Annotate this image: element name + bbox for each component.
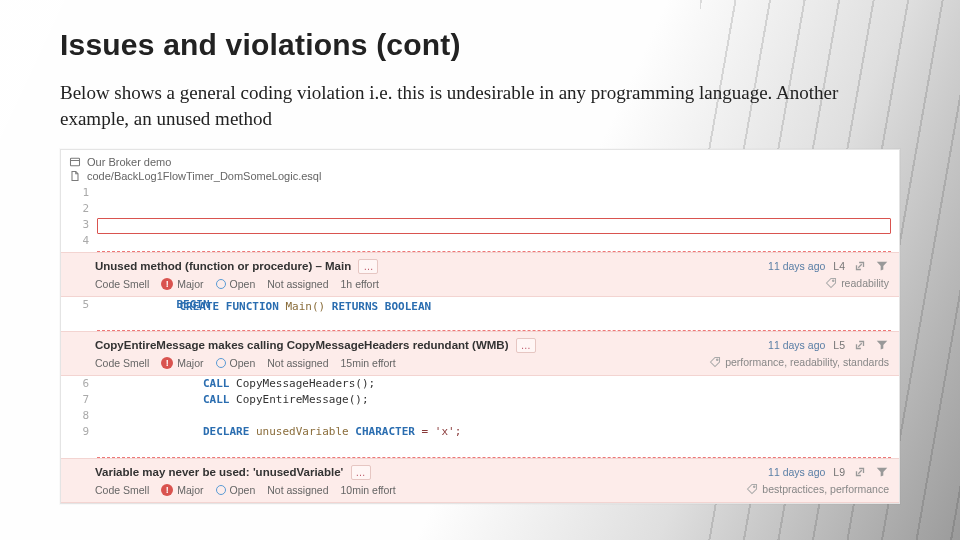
filter-icon[interactable] bbox=[875, 259, 889, 273]
issue-card[interactable]: Variable may never be used: 'unusedVaria… bbox=[61, 458, 899, 503]
issue-assignee[interactable]: Not assigned bbox=[267, 278, 328, 290]
issue-severity: !Major bbox=[161, 278, 203, 290]
filter-icon[interactable] bbox=[875, 338, 889, 352]
code-block-1: 1 2 3 4 CREATE COMPUTE MODULE BackLog1Fl… bbox=[61, 185, 899, 252]
breadcrumb: Our Broker demo code/BackLog1FlowTimer_D… bbox=[61, 150, 899, 185]
issue-status[interactable]: Open bbox=[216, 278, 256, 290]
link-icon[interactable] bbox=[853, 465, 867, 479]
issue-severity: !Major bbox=[161, 357, 203, 369]
issue-line: L9 bbox=[833, 466, 845, 478]
issue-assignee[interactable]: Not assigned bbox=[267, 484, 328, 496]
issue-tags[interactable]: performance, readability, standards bbox=[709, 356, 889, 368]
code-begin: 5 BEGIN bbox=[61, 297, 899, 331]
issue-status[interactable]: Open bbox=[216, 357, 256, 369]
project-icon bbox=[69, 156, 81, 168]
more-button[interactable]: … bbox=[516, 338, 536, 353]
tag-icon bbox=[709, 356, 721, 368]
breadcrumb-file[interactable]: code/BackLog1FlowTimer_DomSomeLogic.esql bbox=[69, 169, 891, 183]
svg-point-3 bbox=[754, 486, 756, 488]
severity-icon: ! bbox=[161, 484, 173, 496]
issue-line: L4 bbox=[833, 260, 845, 272]
file-icon bbox=[69, 170, 81, 182]
issue-age[interactable]: 11 days ago bbox=[768, 339, 825, 351]
status-icon bbox=[216, 358, 226, 368]
issue-line: L5 bbox=[833, 339, 845, 351]
svg-point-1 bbox=[833, 280, 835, 282]
severity-icon: ! bbox=[161, 278, 173, 290]
more-button[interactable]: … bbox=[358, 259, 378, 274]
breadcrumb-file-label: code/BackLog1FlowTimer_DomSomeLogic.esql bbox=[87, 170, 321, 182]
issue-age[interactable]: 11 days ago bbox=[768, 260, 825, 272]
issue-type: Code Smell bbox=[95, 357, 149, 369]
issue-severity: !Major bbox=[161, 484, 203, 496]
issue-effort: 10min effort bbox=[341, 484, 396, 496]
issue-card[interactable]: Unused method (function or procedure) – … bbox=[61, 252, 899, 297]
more-button[interactable]: … bbox=[351, 465, 371, 480]
issue-effort: 15min effort bbox=[341, 357, 396, 369]
issue-card[interactable]: CopyEntireMessage makes calling CopyMess… bbox=[61, 331, 899, 376]
slide-content: Issues and violations (cont) Below shows… bbox=[0, 0, 960, 524]
code-block-3: 6 7 8 9 CALL CopyMessageHeaders(); CALL … bbox=[61, 376, 899, 458]
gutter: 1 2 3 4 bbox=[61, 185, 97, 249]
status-icon bbox=[216, 279, 226, 289]
issue-type: Code Smell bbox=[95, 484, 149, 496]
slide-lead-text: Below shows a general coding violation i… bbox=[60, 80, 840, 131]
issue-age[interactable]: 11 days ago bbox=[768, 466, 825, 478]
highlighted-code: CREATE COMPUTE MODULE BackLog1FlowTimer_… bbox=[97, 218, 891, 234]
breadcrumb-project[interactable]: Our Broker demo bbox=[69, 155, 891, 169]
link-icon[interactable] bbox=[853, 259, 867, 273]
severity-icon: ! bbox=[161, 357, 173, 369]
issue-effort: 1h effort bbox=[341, 278, 379, 290]
code-analysis-panel: Our Broker demo code/BackLog1FlowTimer_D… bbox=[60, 149, 900, 504]
issue-assignee[interactable]: Not assigned bbox=[267, 357, 328, 369]
svg-rect-0 bbox=[71, 159, 80, 167]
link-icon[interactable] bbox=[853, 338, 867, 352]
source: CREATE COMPUTE MODULE BackLog1FlowTimer_… bbox=[97, 185, 899, 252]
issue-status[interactable]: Open bbox=[216, 484, 256, 496]
issue-tags[interactable]: bestpractices, performance bbox=[746, 483, 889, 495]
slide-title: Issues and violations (cont) bbox=[60, 28, 904, 62]
status-icon bbox=[216, 485, 226, 495]
svg-point-2 bbox=[717, 359, 719, 361]
issue-type: Code Smell bbox=[95, 278, 149, 290]
issue-tags[interactable]: readability bbox=[768, 277, 889, 289]
tag-icon bbox=[746, 483, 758, 495]
tag-icon bbox=[825, 277, 837, 289]
filter-icon[interactable] bbox=[875, 465, 889, 479]
breadcrumb-project-label: Our Broker demo bbox=[87, 156, 171, 168]
